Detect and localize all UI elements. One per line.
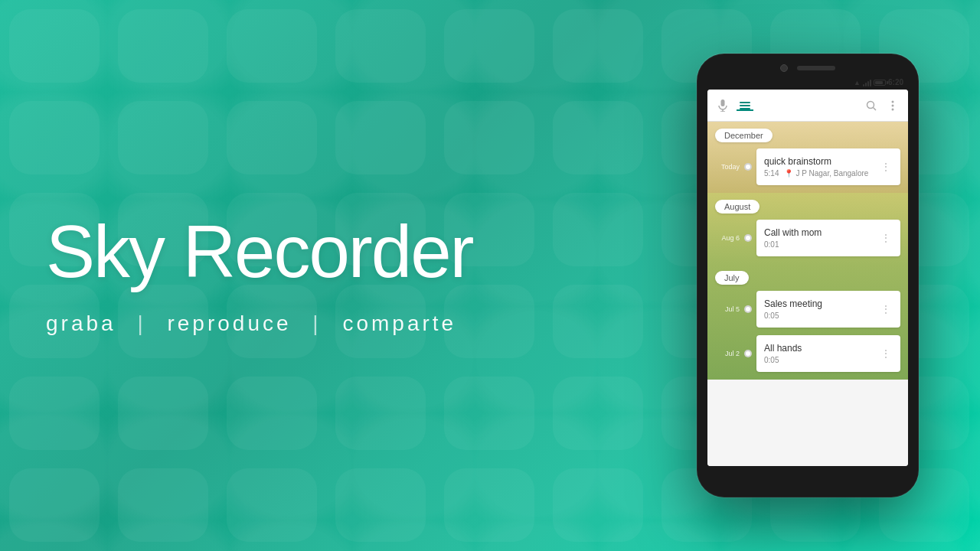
recording-info: All hands 0:05	[764, 343, 802, 364]
subtitle-graba: graba	[46, 311, 116, 335]
subtitle-reproduce: reproduce	[167, 311, 291, 335]
front-camera	[780, 64, 788, 72]
more-options-icon[interactable]: ⋮	[879, 159, 893, 174]
svg-point-7	[892, 108, 894, 110]
recording-time: 0:01	[764, 240, 779, 249]
active-tab-indicator	[737, 109, 753, 111]
app-screen: December Today quick brainstorm 5:14 📍 J…	[707, 90, 908, 466]
status-bar: ▲ 6:20	[707, 78, 908, 90]
separator-1: |	[137, 311, 145, 335]
recording-time: 0:05	[764, 356, 779, 364]
recording-time: 0:05	[764, 311, 779, 320]
search-button[interactable]	[864, 98, 879, 113]
recording-item-jul5[interactable]: Jul 5 Sales meeting 0:05 ⋮	[715, 291, 900, 335]
more-options-icon[interactable]: ⋮	[879, 346, 893, 361]
recording-card-allhands[interactable]: All hands 0:05 ⋮	[756, 335, 900, 372]
more-options-icon[interactable]: ⋮	[879, 302, 893, 317]
svg-rect-0	[721, 99, 725, 106]
more-options-button[interactable]	[885, 98, 900, 113]
recording-title: quick brainstorm	[764, 156, 868, 167]
separator-2: |	[312, 311, 321, 335]
recording-time: 5:14	[764, 169, 779, 178]
app-subtitle: graba | reproduce | comparte	[46, 311, 473, 336]
recording-location: J P Nagar, Bangalore	[795, 169, 868, 178]
recording-info: Sales meeting 0:05	[764, 298, 822, 320]
recording-card-brainstorm[interactable]: quick brainstorm 5:14 📍 J P Nagar, Banga…	[756, 148, 900, 185]
recording-meta: 0:01	[764, 240, 822, 249]
earpiece-speaker	[797, 66, 835, 70]
date-label-aug6: Aug 6	[718, 234, 740, 242]
wifi-icon: ▲	[854, 79, 861, 86]
timeline-dot	[744, 163, 752, 171]
month-section-december: December Today quick brainstorm 5:14 📍 J…	[707, 122, 908, 193]
recording-card-sales[interactable]: Sales meeting 0:05 ⋮	[756, 291, 900, 328]
recording-item-today[interactable]: Today quick brainstorm 5:14 📍 J P Nagar,…	[715, 148, 900, 193]
svg-point-5	[892, 100, 894, 103]
recording-info: Call with mom 0:01	[764, 227, 822, 249]
month-badge-july: July	[715, 271, 749, 285]
location-icon: 📍	[784, 169, 793, 178]
recording-item-aug6[interactable]: Aug 6 Call with mom 0:01 ⋮	[715, 220, 900, 264]
signal-icon	[863, 79, 871, 86]
recording-meta: 0:05	[764, 311, 822, 320]
left-content: Sky Recorder graba | reproduce | compart…	[46, 215, 473, 336]
month-section-august: August Aug 6 Call with mom 0:01 ⋮	[707, 193, 908, 264]
recording-title: All hands	[764, 343, 802, 354]
phone-mockup: ▲ 6:20	[697, 54, 919, 497]
app-toolbar	[707, 90, 908, 122]
month-badge-august: August	[715, 200, 760, 214]
month-badge-december: December	[715, 129, 773, 142]
battery-fill	[875, 81, 883, 84]
date-label-jul2: Jul 2	[718, 350, 740, 357]
battery-icon	[874, 80, 886, 86]
subtitle-comparte: comparte	[342, 311, 456, 335]
svg-point-3	[867, 101, 874, 108]
recording-title: Call with mom	[764, 227, 822, 238]
timeline-dot	[744, 305, 752, 313]
recording-card-mom[interactable]: Call with mom 0:01 ⋮	[756, 220, 900, 256]
recording-list[interactable]: December Today quick brainstorm 5:14 📍 J…	[707, 122, 908, 466]
app-title: Sky Recorder	[46, 215, 473, 289]
svg-point-6	[892, 104, 894, 106]
recording-meta: 5:14 📍 J P Nagar, Bangalore	[764, 169, 868, 178]
svg-line-4	[874, 107, 877, 110]
phone-sensors	[707, 64, 908, 72]
timeline-dot	[744, 234, 752, 242]
phone-body: ▲ 6:20	[697, 54, 919, 497]
recording-title: Sales meeting	[764, 298, 822, 309]
date-label-today: Today	[718, 163, 740, 171]
mic-button[interactable]	[715, 98, 730, 113]
list-view-button[interactable]	[737, 100, 753, 111]
month-section-july: July Jul 5 Sales meeting 0:05 ⋮	[707, 264, 908, 380]
recording-meta: 0:05	[764, 356, 802, 364]
date-label-jul5: Jul 5	[718, 305, 740, 313]
status-icons: ▲ 6:20	[854, 78, 903, 86]
more-options-icon[interactable]: ⋮	[879, 230, 893, 246]
recording-item-jul2[interactable]: Jul 2 All hands 0:05 ⋮	[715, 335, 900, 380]
recording-info: quick brainstorm 5:14 📍 J P Nagar, Banga…	[764, 156, 868, 178]
timeline-dot	[744, 350, 752, 357]
clock-display: 6:20	[888, 78, 903, 86]
